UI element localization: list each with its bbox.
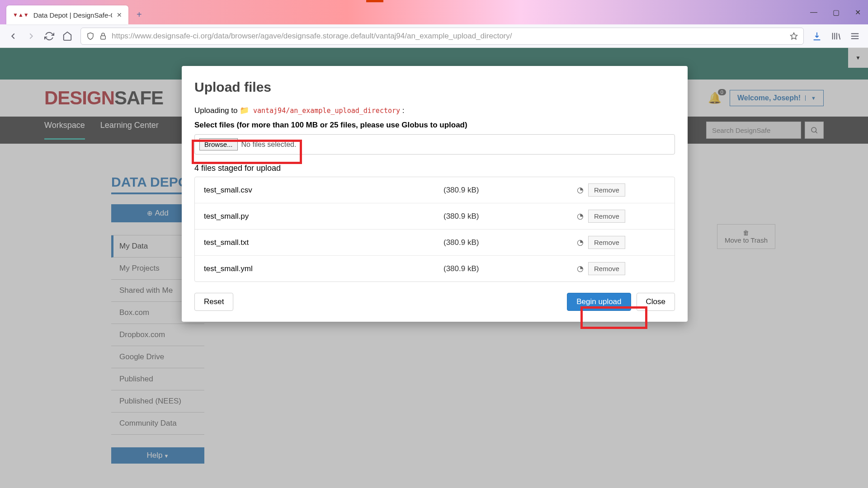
tab-indicator — [366, 0, 383, 2]
staged-file-row: test_small.txt (380.9 kB) ◔ Remove — [195, 230, 675, 256]
begin-upload-button[interactable]: Begin upload — [567, 293, 631, 311]
close-modal-button[interactable]: Close — [637, 293, 675, 311]
file-name: test_small.csv — [204, 186, 443, 195]
dest-path: vantaj94/an_example_upload_directory — [253, 107, 400, 115]
favicon: ▼▲▼ — [13, 12, 29, 18]
tab-title: Data Depot | DesignSafe-CI — [33, 11, 112, 19]
file-size: (380.9 kB) — [443, 264, 561, 273]
staged-file-row: test_small.py (380.9 kB) ◔ Remove — [195, 203, 675, 230]
pending-icon: ◔ — [561, 185, 588, 195]
svg-marker-1 — [791, 33, 797, 39]
folder-icon: 📁 — [240, 106, 249, 115]
url-text: https://www.designsafe-ci.org/data/brows… — [112, 32, 512, 41]
file-name: test_small.txt — [204, 238, 443, 247]
upload-modal: Upload files Uploading to 📁 vantaj94/an_… — [182, 66, 688, 322]
maximize-button[interactable]: ▢ — [833, 8, 840, 17]
staged-file-row: test_small.csv (380.9 kB) ◔ Remove — [195, 177, 675, 203]
browser-tab[interactable]: ▼▲▼ Data Depot | DesignSafe-CI ✕ — [6, 5, 128, 24]
nav-forward-icon — [26, 31, 36, 41]
browse-button[interactable]: Browse... — [199, 138, 238, 150]
staged-count-label: 4 files staged for upload — [194, 164, 675, 173]
home-icon[interactable] — [62, 31, 72, 41]
close-window-button[interactable]: ✕ — [855, 8, 861, 17]
file-size: (380.9 kB) — [443, 186, 561, 195]
reset-button[interactable]: Reset — [194, 293, 233, 311]
modal-title: Upload files — [194, 80, 675, 95]
remove-file-button[interactable]: Remove — [588, 183, 625, 197]
file-input-wrapper: Browse... No files selected. — [194, 134, 675, 155]
file-size: (380.9 kB) — [443, 238, 561, 247]
remove-file-button[interactable]: Remove — [588, 262, 625, 275]
file-name: test_small.py — [204, 212, 443, 221]
browser-toolbar: https://www.designsafe-ci.org/data/brows… — [0, 24, 868, 48]
minimize-button[interactable]: — — [810, 8, 817, 17]
staged-files-list[interactable]: test_small.csv (380.9 kB) ◔ Remove test_… — [195, 177, 675, 282]
download-icon[interactable] — [812, 31, 822, 41]
close-tab-icon[interactable]: ✕ — [117, 11, 122, 19]
library-icon[interactable] — [831, 31, 841, 41]
bookmark-star-icon[interactable] — [790, 32, 798, 40]
file-size: (380.9 kB) — [443, 212, 561, 221]
staged-files-panel: test_small.csv (380.9 kB) ◔ Remove test_… — [194, 177, 675, 282]
remove-file-button[interactable]: Remove — [588, 236, 625, 249]
lock-icon — [99, 32, 107, 40]
reload-icon[interactable] — [44, 31, 54, 41]
toolbar-right — [812, 31, 860, 41]
window-controls: — ▢ ✕ — [810, 8, 861, 17]
pending-icon: ◔ — [561, 264, 588, 273]
browser-top-bar: ▼▲▼ Data Depot | DesignSafe-CI ✕ + — ▢ ✕ — [0, 0, 868, 24]
select-files-label: Select files (for more than 100 MB or 25… — [194, 121, 675, 130]
svg-rect-0 — [101, 36, 106, 39]
nav-back-icon[interactable] — [8, 31, 18, 41]
pending-icon: ◔ — [561, 211, 588, 221]
upload-destination: Uploading to 📁 vantaj94/an_example_uploa… — [194, 106, 675, 115]
url-bar[interactable]: https://www.designsafe-ci.org/data/brows… — [80, 28, 804, 45]
modal-footer: Reset Begin upload Close — [194, 293, 675, 311]
file-input-status: No files selected. — [241, 141, 297, 149]
pending-icon: ◔ — [561, 238, 588, 247]
shield-icon — [86, 32, 94, 40]
staged-file-row: test_small.yml (380.9 kB) ◔ Remove — [195, 256, 675, 282]
new-tab-button[interactable]: + — [137, 9, 142, 20]
remove-file-button[interactable]: Remove — [588, 210, 625, 223]
file-name: test_small.yml — [204, 264, 443, 273]
menu-icon[interactable] — [850, 31, 860, 41]
